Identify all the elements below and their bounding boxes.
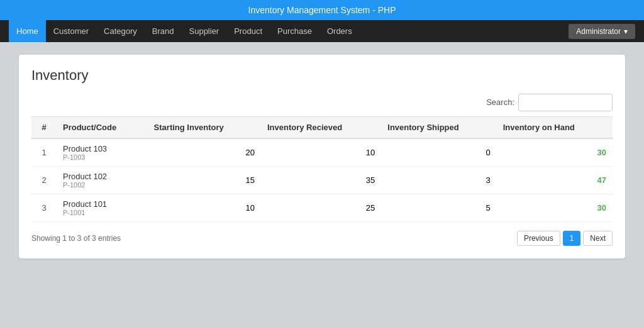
cell-on-hand: 30: [497, 138, 613, 167]
product-name: Product 101: [63, 199, 142, 209]
admin-button[interactable]: Administrator ▾: [569, 24, 635, 39]
admin-arrow-icon: ▾: [624, 27, 628, 36]
nav-link-brand[interactable]: Brand: [145, 20, 182, 42]
table-row: 1 Product 103 P-1003 20 10 0 30: [31, 138, 613, 167]
main-content: Inventory Search: # Product/Code Startin…: [0, 42, 644, 271]
nav-link-supplier[interactable]: Supplier: [182, 20, 227, 42]
search-input[interactable]: [518, 94, 613, 111]
cell-product: Product 101 P-1001: [57, 194, 148, 222]
app-title: Inventory Management System - PHP: [248, 5, 396, 15]
col-starting: Starting Inventory: [148, 117, 261, 139]
col-received: Inventory Recieved: [261, 117, 381, 139]
cell-product: Product 102 P-1002: [57, 167, 148, 194]
cell-num: 1: [31, 138, 57, 167]
nav-link-purchase[interactable]: Purchase: [270, 20, 319, 42]
top-bar: Inventory Management System - PHP: [0, 0, 644, 20]
next-button[interactable]: Next: [583, 231, 613, 246]
cell-num: 3: [31, 194, 57, 222]
page-1-button[interactable]: 1: [563, 231, 581, 246]
cell-on-hand: 30: [497, 194, 613, 222]
cell-shipped: 5: [381, 194, 496, 222]
showing-text: Showing 1 to 3 of 3 entries: [31, 234, 121, 243]
inventory-card: Inventory Search: # Product/Code Startin…: [19, 55, 625, 258]
page-title: Inventory: [31, 67, 613, 84]
table-row: 2 Product 102 P-1002 15 35 3 47: [31, 167, 613, 194]
table-row: 3 Product 101 P-1001 10 25 5 30: [31, 194, 613, 222]
cell-shipped: 3: [381, 167, 496, 194]
prev-button[interactable]: Previous: [517, 231, 560, 246]
cell-shipped: 0: [381, 138, 496, 167]
nav-link-home[interactable]: Home: [9, 20, 46, 42]
nav-link-category[interactable]: Category: [96, 20, 145, 42]
product-code: P-1002: [63, 181, 142, 189]
cell-on-hand: 47: [497, 167, 613, 194]
cell-received: 35: [261, 167, 381, 194]
col-product: Product/Code: [57, 117, 148, 139]
cell-starting: 10: [148, 194, 261, 222]
nav-links: HomeCustomerCategoryBrandSupplierProduct…: [9, 20, 360, 42]
col-num: #: [31, 117, 57, 139]
table-footer: Showing 1 to 3 of 3 entries Previous 1 N…: [31, 231, 613, 246]
col-on-hand: Inventory on Hand: [497, 117, 613, 139]
table-body: 1 Product 103 P-1003 20 10 0 30 2 Produc…: [31, 138, 613, 222]
inventory-table: # Product/Code Starting Inventory Invent…: [31, 116, 613, 222]
cell-num: 2: [31, 167, 57, 194]
product-name: Product 102: [63, 172, 142, 181]
product-code: P-1003: [63, 153, 142, 161]
cell-received: 25: [261, 194, 381, 222]
nav-link-orders[interactable]: Orders: [319, 20, 360, 42]
pagination: Previous 1 Next: [517, 231, 613, 246]
cell-starting: 15: [148, 167, 261, 194]
product-code: P-1001: [63, 209, 142, 216]
product-name: Product 103: [63, 144, 142, 153]
cell-starting: 20: [148, 138, 261, 167]
admin-label: Administrator: [576, 27, 621, 36]
cell-product: Product 103 P-1003: [57, 138, 148, 167]
cell-received: 10: [261, 138, 381, 167]
search-label: Search:: [486, 94, 514, 111]
nav-link-customer[interactable]: Customer: [46, 20, 96, 42]
nav-bar: HomeCustomerCategoryBrandSupplierProduct…: [0, 20, 644, 42]
nav-link-product[interactable]: Product: [226, 20, 270, 42]
table-header-row: # Product/Code Starting Inventory Invent…: [31, 117, 613, 139]
col-shipped: Inventory Shipped: [381, 117, 496, 139]
search-row: Search:: [31, 94, 613, 111]
